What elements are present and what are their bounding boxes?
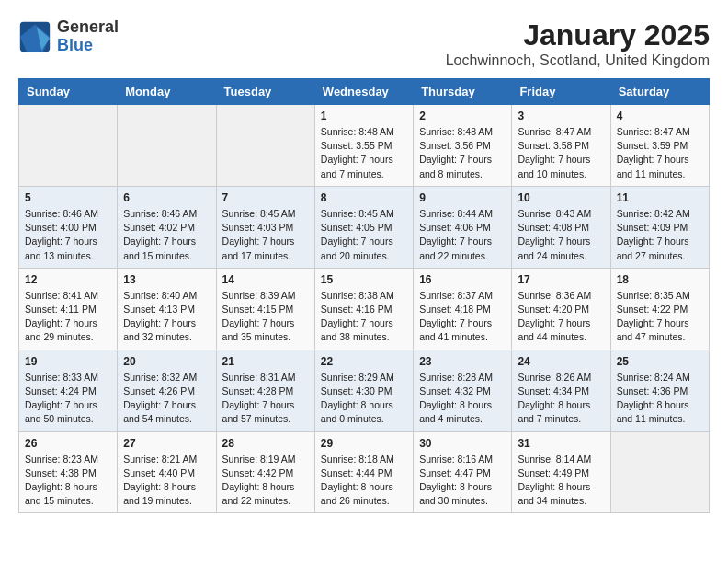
cell-content: Sunrise: 8:43 AMSunset: 4:08 PMDaylight:…: [518, 207, 604, 263]
location: Lochwinnoch, Scotland, United Kingdom: [446, 52, 710, 69]
day-number: 7: [222, 191, 309, 204]
calendar-cell: 17Sunrise: 8:36 AMSunset: 4:20 PMDayligh…: [512, 268, 610, 350]
cell-content: Sunrise: 8:32 AMSunset: 4:26 PMDaylight:…: [123, 371, 210, 427]
day-number: 5: [25, 191, 111, 204]
calendar-cell: [610, 431, 709, 513]
day-number: 29: [321, 437, 407, 450]
title-block: January 2025 Lochwinnoch, Scotland, Unit…: [446, 18, 710, 69]
day-number: 26: [25, 437, 111, 450]
cell-content: Sunrise: 8:46 AMSunset: 4:02 PMDaylight:…: [123, 207, 210, 263]
calendar-cell: 25Sunrise: 8:24 AMSunset: 4:36 PMDayligh…: [610, 350, 709, 431]
day-number: 22: [321, 355, 407, 368]
calendar-week-0: 1Sunrise: 8:48 AMSunset: 3:55 PMDaylight…: [19, 105, 710, 187]
cell-content: Sunrise: 8:44 AMSunset: 4:06 PMDaylight:…: [419, 207, 506, 263]
day-number: 4: [617, 109, 703, 122]
calendar-cell: 27Sunrise: 8:21 AMSunset: 4:40 PMDayligh…: [118, 431, 216, 513]
day-number: 11: [617, 191, 703, 204]
calendar-cell: 9Sunrise: 8:44 AMSunset: 4:06 PMDaylight…: [414, 186, 512, 268]
cell-content: Sunrise: 8:14 AMSunset: 4:49 PMDaylight:…: [518, 453, 604, 509]
day-number: 20: [123, 355, 210, 368]
month-year: January 2025: [446, 18, 710, 52]
col-header-monday: Monday: [118, 79, 216, 105]
calendar-cell: 5Sunrise: 8:46 AMSunset: 4:00 PMDaylight…: [19, 186, 118, 268]
day-number: 24: [518, 355, 604, 368]
cell-content: Sunrise: 8:36 AMSunset: 4:20 PMDaylight:…: [518, 289, 604, 345]
cell-content: Sunrise: 8:23 AMSunset: 4:38 PMDaylight:…: [25, 453, 111, 509]
calendar-cell: [118, 105, 216, 187]
calendar-week-4: 26Sunrise: 8:23 AMSunset: 4:38 PMDayligh…: [19, 431, 710, 513]
cell-content: Sunrise: 8:29 AMSunset: 4:30 PMDaylight:…: [321, 371, 407, 427]
cell-content: Sunrise: 8:37 AMSunset: 4:18 PMDaylight:…: [419, 289, 506, 345]
cell-content: Sunrise: 8:39 AMSunset: 4:15 PMDaylight:…: [222, 289, 309, 345]
col-header-saturday: Saturday: [610, 79, 709, 105]
cell-content: Sunrise: 8:38 AMSunset: 4:16 PMDaylight:…: [321, 289, 407, 345]
logo-icon: [18, 20, 51, 53]
cell-content: Sunrise: 8:48 AMSunset: 3:55 PMDaylight:…: [321, 125, 407, 181]
cell-content: Sunrise: 8:33 AMSunset: 4:24 PMDaylight:…: [25, 371, 111, 427]
cell-content: Sunrise: 8:40 AMSunset: 4:13 PMDaylight:…: [123, 289, 210, 345]
logo: General Blue: [18, 18, 119, 55]
day-number: 28: [222, 437, 309, 450]
day-number: 3: [518, 109, 604, 122]
calendar-cell: 14Sunrise: 8:39 AMSunset: 4:15 PMDayligh…: [216, 268, 314, 350]
calendar-cell: 15Sunrise: 8:38 AMSunset: 4:16 PMDayligh…: [314, 268, 413, 350]
calendar-cell: 30Sunrise: 8:16 AMSunset: 4:47 PMDayligh…: [414, 431, 512, 513]
logo-blue: Blue: [57, 36, 93, 54]
day-number: 23: [419, 355, 506, 368]
cell-content: Sunrise: 8:26 AMSunset: 4:34 PMDaylight:…: [518, 371, 604, 427]
day-number: 12: [25, 273, 111, 286]
logo-text: General Blue: [57, 18, 119, 55]
cell-content: Sunrise: 8:48 AMSunset: 3:56 PMDaylight:…: [419, 125, 506, 181]
calendar-week-1: 5Sunrise: 8:46 AMSunset: 4:00 PMDaylight…: [19, 186, 710, 268]
day-number: 18: [617, 273, 703, 286]
calendar-cell: 8Sunrise: 8:45 AMSunset: 4:05 PMDaylight…: [314, 186, 413, 268]
col-header-wednesday: Wednesday: [314, 79, 413, 105]
calendar-cell: 24Sunrise: 8:26 AMSunset: 4:34 PMDayligh…: [512, 350, 610, 431]
cell-content: Sunrise: 8:46 AMSunset: 4:00 PMDaylight:…: [25, 207, 111, 263]
header-row: SundayMondayTuesdayWednesdayThursdayFrid…: [19, 79, 710, 105]
cell-content: Sunrise: 8:35 AMSunset: 4:22 PMDaylight:…: [617, 289, 703, 345]
day-number: 8: [321, 191, 407, 204]
day-number: 1: [321, 109, 407, 122]
day-number: 15: [321, 273, 407, 286]
cell-content: Sunrise: 8:16 AMSunset: 4:47 PMDaylight:…: [419, 453, 506, 509]
calendar-week-3: 19Sunrise: 8:33 AMSunset: 4:24 PMDayligh…: [19, 350, 710, 431]
day-number: 6: [123, 191, 210, 204]
day-number: 30: [419, 437, 506, 450]
day-number: 25: [617, 355, 703, 368]
calendar-cell: 6Sunrise: 8:46 AMSunset: 4:02 PMDaylight…: [118, 186, 216, 268]
day-number: 17: [518, 273, 604, 286]
calendar-cell: 7Sunrise: 8:45 AMSunset: 4:03 PMDaylight…: [216, 186, 314, 268]
calendar-cell: 31Sunrise: 8:14 AMSunset: 4:49 PMDayligh…: [512, 431, 610, 513]
calendar-cell: 1Sunrise: 8:48 AMSunset: 3:55 PMDaylight…: [314, 105, 413, 187]
day-number: 19: [25, 355, 111, 368]
col-header-tuesday: Tuesday: [216, 79, 314, 105]
calendar-table: SundayMondayTuesdayWednesdayThursdayFrid…: [18, 78, 710, 513]
day-number: 27: [123, 437, 210, 450]
cell-content: Sunrise: 8:47 AMSunset: 3:59 PMDaylight:…: [617, 125, 703, 181]
calendar-cell: 21Sunrise: 8:31 AMSunset: 4:28 PMDayligh…: [216, 350, 314, 431]
header: General Blue January 2025 Lochwinnoch, S…: [18, 18, 710, 69]
cell-content: Sunrise: 8:28 AMSunset: 4:32 PMDaylight:…: [419, 371, 506, 427]
col-header-friday: Friday: [512, 79, 610, 105]
calendar-week-2: 12Sunrise: 8:41 AMSunset: 4:11 PMDayligh…: [19, 268, 710, 350]
col-header-thursday: Thursday: [414, 79, 512, 105]
calendar-cell: 18Sunrise: 8:35 AMSunset: 4:22 PMDayligh…: [610, 268, 709, 350]
calendar-cell: [216, 105, 314, 187]
cell-content: Sunrise: 8:47 AMSunset: 3:58 PMDaylight:…: [518, 125, 604, 181]
day-number: 16: [419, 273, 506, 286]
calendar-cell: 20Sunrise: 8:32 AMSunset: 4:26 PMDayligh…: [118, 350, 216, 431]
calendar-cell: 26Sunrise: 8:23 AMSunset: 4:38 PMDayligh…: [19, 431, 118, 513]
col-header-sunday: Sunday: [19, 79, 118, 105]
cell-content: Sunrise: 8:42 AMSunset: 4:09 PMDaylight:…: [617, 207, 703, 263]
day-number: 13: [123, 273, 210, 286]
calendar-cell: 3Sunrise: 8:47 AMSunset: 3:58 PMDaylight…: [512, 105, 610, 187]
cell-content: Sunrise: 8:31 AMSunset: 4:28 PMDaylight:…: [222, 371, 309, 427]
calendar-cell: 16Sunrise: 8:37 AMSunset: 4:18 PMDayligh…: [414, 268, 512, 350]
calendar-cell: 10Sunrise: 8:43 AMSunset: 4:08 PMDayligh…: [512, 186, 610, 268]
calendar-cell: 4Sunrise: 8:47 AMSunset: 3:59 PMDaylight…: [610, 105, 709, 187]
day-number: 10: [518, 191, 604, 204]
day-number: 2: [419, 109, 506, 122]
calendar-cell: [19, 105, 118, 187]
calendar-cell: 12Sunrise: 8:41 AMSunset: 4:11 PMDayligh…: [19, 268, 118, 350]
